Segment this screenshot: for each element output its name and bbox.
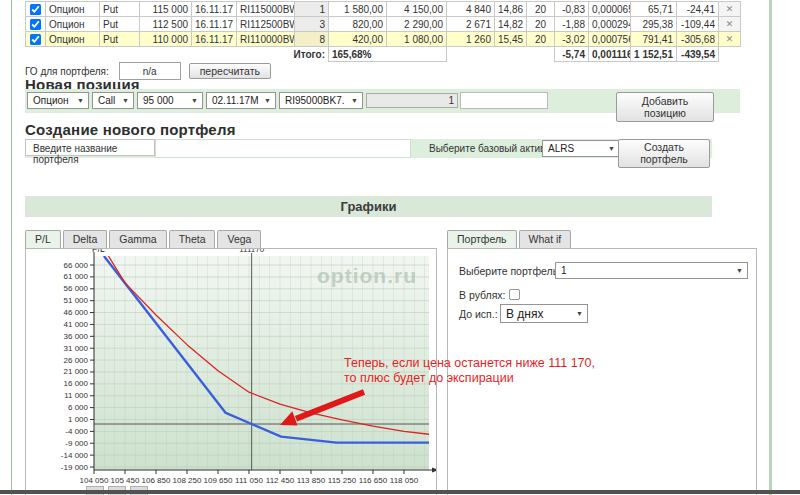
totals-value: 1 152,51 (631, 47, 677, 62)
expiry-select[interactable]: 02.11.17M ▼ (206, 92, 276, 109)
svg-text:108 250: 108 250 (173, 476, 202, 485)
tab-delta[interactable]: Delta (63, 230, 108, 248)
tab-theta[interactable]: Theta (169, 230, 216, 248)
table-cell: 16.11.17 (192, 2, 237, 17)
table-cell: 4 150,00 (387, 2, 447, 17)
svg-text:113 850: 113 850 (297, 476, 326, 485)
delete-position-icon[interactable]: ✕ (719, 32, 741, 47)
svg-text:11 000: 11 000 (64, 391, 88, 400)
table-row: ОпционPut115 00016.11.17RI115000BW711 58… (26, 2, 741, 17)
rubles-checkbox[interactable] (509, 289, 520, 300)
rubles-label: В рублях: (459, 289, 506, 301)
table-cell: 791,41 (631, 32, 677, 47)
table-cell: 8 (295, 32, 329, 47)
new-position-form: Опцион ▼ Call ▼ 95 000 ▼ 02.11.17M ▼ RI9… (27, 92, 548, 109)
svg-text:-14 000: -14 000 (61, 451, 89, 460)
table-cell: 16.11.17 (192, 32, 237, 47)
positions-table: ОпционPut115 00016.11.17RI115000BW711 58… (25, 1, 741, 62)
add-position-button[interactable]: Добавить позицию (616, 92, 714, 122)
svg-text:115 250: 115 250 (328, 476, 357, 485)
base-asset-value: ALRS (548, 143, 574, 154)
position-enabled-checkbox[interactable] (30, 18, 41, 29)
svg-text:-4 000: -4 000 (65, 427, 88, 436)
table-cell: 65,71 (631, 2, 677, 17)
svg-text:-9 000: -9 000 (65, 439, 88, 448)
svg-text:-19 000: -19 000 (61, 463, 89, 472)
new-position-qty-field[interactable]: 1 (366, 93, 458, 108)
instrument-type-select[interactable]: Опцион ▼ (27, 92, 89, 109)
svg-text:P/L: P/L (92, 249, 105, 254)
table-cell: -3,02 (555, 32, 589, 47)
table-cell: -305,68 (677, 32, 719, 47)
svg-text:option.ru: option.ru (317, 264, 417, 287)
table-cell: 20 (527, 2, 555, 17)
table-cell: Put (100, 2, 140, 17)
portfolio-tabs: ПортфельWhat if (447, 230, 573, 248)
svg-text:111 050: 111 050 (235, 476, 263, 485)
recalculate-button[interactable]: пересчитать (189, 63, 271, 79)
table-cell: 420,00 (329, 32, 387, 47)
annotation-note: Теперь, если цена останется ниже 111 170… (344, 356, 600, 386)
table-cell: Опцион (46, 17, 100, 32)
delete-position-icon[interactable]: ✕ (719, 17, 741, 32)
days-select-value: В днях (506, 307, 543, 321)
table-cell: 0,000294 (589, 17, 631, 32)
totals-gap (447, 47, 555, 62)
table-cell: 295,38 (631, 17, 677, 32)
table-row: ОпционPut112 50016.11.17RI112500BW73820,… (26, 17, 741, 32)
expiry-value: 02.11.17M (212, 95, 259, 106)
tab-p-l[interactable]: P/L (25, 230, 61, 248)
table-cell: -24,41 (677, 2, 719, 17)
delete-position-icon[interactable]: ✕ (719, 2, 741, 17)
portfolio-select-value: 1 (561, 265, 567, 276)
svg-text:26 000: 26 000 (64, 356, 89, 365)
chevron-down-icon: ▼ (576, 310, 583, 317)
table-cell: 112 500 (140, 17, 192, 32)
table-cell: Put (100, 17, 140, 32)
totals-value: -5,74 (555, 47, 589, 62)
table-cell: 1 580,00 (329, 2, 387, 17)
position-enabled-checkbox[interactable] (30, 33, 41, 44)
strike-value: 95 000 (143, 95, 174, 106)
base-asset-select[interactable]: ALRS ▼ (542, 140, 620, 157)
totals-gap (719, 47, 741, 62)
svg-text:106 850: 106 850 (142, 476, 171, 485)
svg-text:1 000: 1 000 (68, 415, 89, 424)
table-row: ОпционPut110 00016.11.17RI110000BW78420,… (26, 32, 741, 47)
chevron-down-icon: ▼ (191, 97, 198, 104)
portfolio-select[interactable]: 1 ▼ (555, 262, 748, 279)
annotation-line1: Теперь, если цена останется ниже 111 170… (344, 356, 600, 371)
svg-text:31 000: 31 000 (64, 344, 89, 353)
tab-what-if[interactable]: What if (519, 230, 572, 248)
portfolio-name-input[interactable] (155, 139, 411, 158)
annotation-arrow-icon (256, 384, 371, 432)
tab-портфель[interactable]: Портфель (447, 230, 517, 248)
svg-text:112 450: 112 450 (266, 476, 295, 485)
left-green-divider (11, 0, 12, 495)
tab-gamma[interactable]: Gamma (109, 230, 166, 248)
table-cell: Опцион (46, 2, 100, 17)
direction-select[interactable]: Call ▼ (92, 92, 134, 109)
table-cell: Опцион (46, 32, 100, 47)
svg-text:36 000: 36 000 (64, 332, 89, 341)
options-trading-page: ОпционPut115 00016.11.17RI115000BW711 58… (0, 0, 800, 495)
svg-text:41 000: 41 000 (64, 320, 89, 329)
position-enabled-checkbox[interactable] (30, 3, 41, 14)
table-cell: 16.11.17 (192, 17, 237, 32)
strike-select[interactable]: 95 000 ▼ (137, 92, 203, 109)
table-cell: 4 840 (447, 2, 495, 17)
totals-value: -439,54 (677, 47, 719, 62)
table-cell: 20 (527, 17, 555, 32)
new-portfolio-title: Создание нового портфеля (25, 121, 236, 138)
chevron-down-icon: ▼ (608, 145, 615, 152)
svg-text:105 450: 105 450 (111, 476, 140, 485)
ticker-select[interactable]: RI95000BK7. ▼ (279, 92, 363, 109)
days-select[interactable]: В днях ▼ (500, 304, 588, 323)
svg-text:56 000: 56 000 (64, 284, 89, 293)
table-cell: RI112500BW7 (237, 17, 295, 32)
create-portfolio-button[interactable]: Создать портфель (618, 139, 710, 168)
new-position-price-field[interactable] (460, 92, 548, 109)
direction-value: Call (98, 95, 115, 106)
table-cell: 1 (295, 2, 329, 17)
tab-vega[interactable]: Vega (217, 230, 261, 248)
